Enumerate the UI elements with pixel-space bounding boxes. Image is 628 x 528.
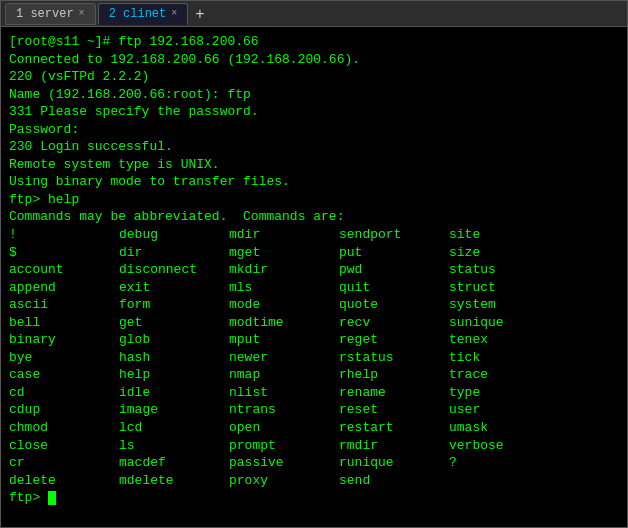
command-cell: exit — [119, 279, 229, 297]
command-cell: passive — [229, 454, 339, 472]
command-cell: user — [449, 401, 559, 419]
command-cell: type — [449, 384, 559, 402]
command-cell: help — [119, 366, 229, 384]
terminal-prompt: ftp> — [9, 490, 48, 505]
terminal-line: 220 (vsFTPd 2.2.2) — [9, 68, 619, 86]
command-cell: open — [229, 419, 339, 437]
command-cell: pwd — [339, 261, 449, 279]
command-cell: binary — [9, 331, 119, 349]
tab-server[interactable]: 1 server × — [5, 3, 96, 25]
terminal-line: Password: — [9, 121, 619, 139]
terminal-line: Using binary mode to transfer files. — [9, 173, 619, 191]
command-cell: get — [119, 314, 229, 332]
command-cell: sendport — [339, 226, 449, 244]
command-cell: system — [449, 296, 559, 314]
command-cell: ntrans — [229, 401, 339, 419]
command-cell: umask — [449, 419, 559, 437]
command-cell: quit — [339, 279, 449, 297]
command-cell: cr — [9, 454, 119, 472]
command-cell: put — [339, 244, 449, 262]
command-cell: idle — [119, 384, 229, 402]
tab-server-label: 1 server — [16, 7, 74, 21]
command-cell: reset — [339, 401, 449, 419]
command-cell: size — [449, 244, 559, 262]
command-cell: rename — [339, 384, 449, 402]
command-cell: send — [339, 472, 449, 490]
command-cell: mget — [229, 244, 339, 262]
command-cell: rmdir — [339, 437, 449, 455]
commands-table: ! debug mdir sendport site $ dir mget pu… — [9, 226, 619, 489]
command-cell: image — [119, 401, 229, 419]
command-cell: prompt — [229, 437, 339, 455]
command-cell: bye — [9, 349, 119, 367]
command-cell: newer — [229, 349, 339, 367]
terminal-line: ftp> help — [9, 191, 619, 209]
tab-add-button[interactable]: + — [190, 6, 209, 22]
command-cell: struct — [449, 279, 559, 297]
command-cell: tenex — [449, 331, 559, 349]
command-cell: cdup — [9, 401, 119, 419]
terminal-content[interactable]: [root@s11 ~]# ftp 192.168.200.66Connecte… — [1, 27, 627, 527]
command-cell: rstatus — [339, 349, 449, 367]
command-cell: ! — [9, 226, 119, 244]
command-cell: runique — [339, 454, 449, 472]
command-cell: hash — [119, 349, 229, 367]
terminal-line: [root@s11 ~]# ftp 192.168.200.66 — [9, 33, 619, 51]
command-cell: mdir — [229, 226, 339, 244]
tab-clinet[interactable]: 2 clinet × — [98, 3, 189, 25]
terminal-line: 331 Please specify the password. — [9, 103, 619, 121]
command-cell: ? — [449, 454, 559, 472]
command-cell: debug — [119, 226, 229, 244]
tab-bar: 1 server × 2 clinet × + — [1, 1, 627, 27]
command-cell: account — [9, 261, 119, 279]
command-cell: ascii — [9, 296, 119, 314]
terminal-line: Remote system type is UNIX. — [9, 156, 619, 174]
terminal-line: Connected to 192.168.200.66 (192.168.200… — [9, 51, 619, 69]
command-cell: mkdir — [229, 261, 339, 279]
command-cell: bell — [9, 314, 119, 332]
command-cell: mdelete — [119, 472, 229, 490]
command-cell: $ — [9, 244, 119, 262]
command-cell: mode — [229, 296, 339, 314]
command-cell: delete — [9, 472, 119, 490]
command-cell: dir — [119, 244, 229, 262]
command-cell: quote — [339, 296, 449, 314]
terminal-line: Name (192.168.200.66:root): ftp — [9, 86, 619, 104]
command-cell: mput — [229, 331, 339, 349]
command-cell: status — [449, 261, 559, 279]
command-cell: trace — [449, 366, 559, 384]
command-cell: close — [9, 437, 119, 455]
terminal-line: 230 Login successful. — [9, 138, 619, 156]
command-cell: chmod — [9, 419, 119, 437]
tab-clinet-label: 2 clinet — [109, 7, 167, 21]
command-cell: verbose — [449, 437, 559, 455]
tab-server-close[interactable]: × — [79, 8, 85, 19]
terminal-cursor — [48, 491, 56, 505]
command-cell: mls — [229, 279, 339, 297]
command-cell: modtime — [229, 314, 339, 332]
command-cell: form — [119, 296, 229, 314]
command-cell: lcd — [119, 419, 229, 437]
command-cell: proxy — [229, 472, 339, 490]
command-cell: nmap — [229, 366, 339, 384]
command-cell: tick — [449, 349, 559, 367]
command-cell: nlist — [229, 384, 339, 402]
command-cell: restart — [339, 419, 449, 437]
terminal-window: 1 server × 2 clinet × + [root@s11 ~]# ft… — [0, 0, 628, 528]
terminal-line: Commands may be abbreviated. Commands ar… — [9, 208, 619, 226]
command-cell: recv — [339, 314, 449, 332]
tab-clinet-close[interactable]: × — [171, 8, 177, 19]
command-cell: cd — [9, 384, 119, 402]
command-cell: ls — [119, 437, 229, 455]
command-cell: sunique — [449, 314, 559, 332]
command-cell: reget — [339, 331, 449, 349]
command-cell: append — [9, 279, 119, 297]
command-cell — [449, 472, 559, 490]
terminal-prompt-line: ftp> — [9, 489, 619, 507]
command-cell: case — [9, 366, 119, 384]
command-cell: glob — [119, 331, 229, 349]
command-cell: disconnect — [119, 261, 229, 279]
command-cell: macdef — [119, 454, 229, 472]
command-cell: rhelp — [339, 366, 449, 384]
command-cell: site — [449, 226, 559, 244]
